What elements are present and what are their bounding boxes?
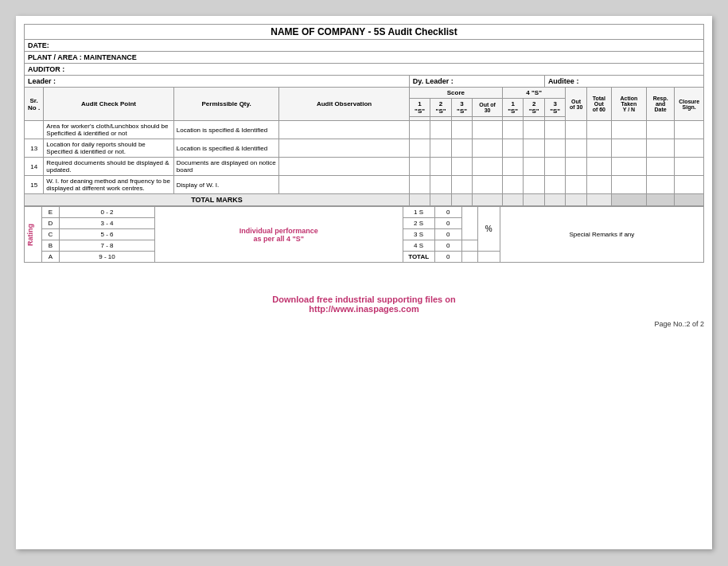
col-3s: 3 "S" — [451, 99, 473, 117]
checkpoint-15: W. I. for deaning method and frquency to… — [44, 176, 173, 194]
table-row: Area for worker's cloth/Lunchbox should … — [25, 121, 704, 139]
page-title: NAME OF COMPANY - 5S Audit Checklist — [25, 25, 704, 40]
score-header: Score — [409, 88, 502, 99]
col-f2s: 2 "S" — [524, 99, 545, 117]
range-0-2: 0 - 2 — [60, 207, 155, 218]
col-total: TotalOutof 60 — [586, 88, 611, 121]
score-3s-value: 0 — [434, 229, 461, 240]
col-out: Outof 30 — [566, 88, 587, 121]
auditee-cell: Auditee : — [544, 76, 703, 88]
observation-15 — [279, 176, 409, 194]
range-5-6: 5 - 6 — [60, 229, 155, 240]
grade-e: E — [42, 207, 60, 218]
range-7-8: 7 - 8 — [60, 240, 155, 252]
col-action: ActionTakenY / N — [611, 88, 646, 121]
leader-cell: Leader : — [25, 76, 410, 88]
col-permissible: Permissible Qty. — [173, 88, 279, 121]
grade-c: C — [42, 229, 60, 240]
grade-b: B — [42, 240, 60, 252]
performance-line1: Individual performance — [239, 227, 318, 235]
col-closure: ClosureSign. — [675, 88, 704, 121]
sr-0 — [25, 121, 44, 139]
score-4s-label: 4 S — [403, 240, 434, 252]
plant-row: PLANT / AREA : MAINTENANCE — [25, 52, 704, 64]
score-2s-label: 2 S — [403, 218, 434, 229]
score-2s-value: 0 — [434, 218, 461, 229]
col-2s: 2 "S" — [430, 99, 452, 117]
leader-label: Leader : — [28, 77, 56, 85]
special-remarks: Special Remarks if any — [500, 207, 703, 263]
sr-13: 13 — [25, 139, 44, 158]
observation-0 — [279, 121, 409, 139]
rating-label-cell: Rating — [25, 207, 42, 263]
score-3s-label: 3 S — [403, 229, 434, 240]
date-row: DATE: — [25, 40, 704, 52]
rating-label: Rating — [25, 222, 36, 248]
percent-cell: % — [477, 207, 500, 252]
page: NAME OF COMPANY - 5S Audit Checklist DAT… — [16, 16, 712, 549]
col-f3s: 3 "S" — [544, 99, 566, 117]
checkpoint-13: Location for daily reports should be Spe… — [44, 139, 173, 158]
performance-text: Individual performance as per all 4 "S" — [155, 207, 403, 263]
table-row: 13 Location for daily reports should be … — [25, 139, 704, 158]
col-sr: Sr. No . — [25, 88, 44, 121]
footer-line1: Download free industrial supporting file… — [24, 295, 704, 304]
dy-leader-cell: Dy. Leader : — [409, 76, 544, 88]
permissible-0: Location is specified & Identified — [173, 121, 279, 139]
empty-cols — [461, 207, 477, 240]
table-row: 15 W. I. for deaning method and frquency… — [25, 176, 704, 194]
col-f1s: 1 "S" — [502, 99, 524, 117]
performance-line2: as per all 4 "S" — [254, 235, 305, 243]
col-observation: Audit Observation — [279, 88, 409, 121]
dy-leader-label: Dy. Leader : — [413, 77, 454, 85]
checkpoint-14: Required documents should be displayed &… — [44, 158, 173, 176]
plant-label: PLANT / AREA : MAINTENANCE — [28, 53, 137, 61]
col-resp: Resp.andDate — [646, 88, 674, 121]
auditor-label: AUDITOR : — [28, 65, 64, 73]
grade-d: D — [42, 218, 60, 229]
page-number: Page No.:2 of 2 — [24, 320, 704, 328]
score-1s-label: 1 S — [403, 207, 434, 218]
range-3-4: 3 - 4 — [60, 218, 155, 229]
rating-row: Rating E 0 - 2 Individual performance as… — [25, 207, 704, 218]
total-label: TOTAL — [403, 252, 434, 263]
observation-13 — [279, 139, 409, 158]
permissible-13: Location is specified & Identified — [173, 139, 279, 158]
footer: Download free industrial supporting file… — [24, 295, 704, 314]
permissible-14: Documents are displayed on notice board — [173, 158, 279, 176]
permissible-15: Display of W. I. — [173, 176, 279, 194]
total-value: 0 — [434, 252, 461, 263]
sr-15: 15 — [25, 176, 44, 194]
sr-14: 14 — [25, 158, 44, 176]
table-row: 14 Required documents should be displaye… — [25, 158, 704, 176]
grade-a: A — [42, 252, 60, 263]
col-out30: Out of30 — [473, 99, 503, 117]
checkpoint-0: Area for worker's cloth/Lunchbox should … — [44, 121, 173, 139]
footer-line2: http://www.inaspages.com — [24, 304, 704, 314]
observation-14 — [279, 158, 409, 176]
fours-header: 4 "S" — [502, 88, 566, 99]
auditee-label: Auditee : — [548, 77, 579, 85]
col-checkpoint: Audit Check Point — [44, 88, 173, 121]
score-1s-value: 0 — [434, 207, 461, 218]
total-marks-label: TOTAL MARKS — [25, 194, 410, 206]
total-marks-row: TOTAL MARKS — [25, 194, 704, 206]
score-4s-value: 0 — [434, 240, 461, 252]
col-1s: 1 "S" — [409, 99, 430, 117]
date-label: DATE: — [28, 41, 49, 49]
range-9-10: 9 - 10 — [60, 252, 155, 263]
auditor-row: AUDITOR : — [25, 64, 704, 76]
